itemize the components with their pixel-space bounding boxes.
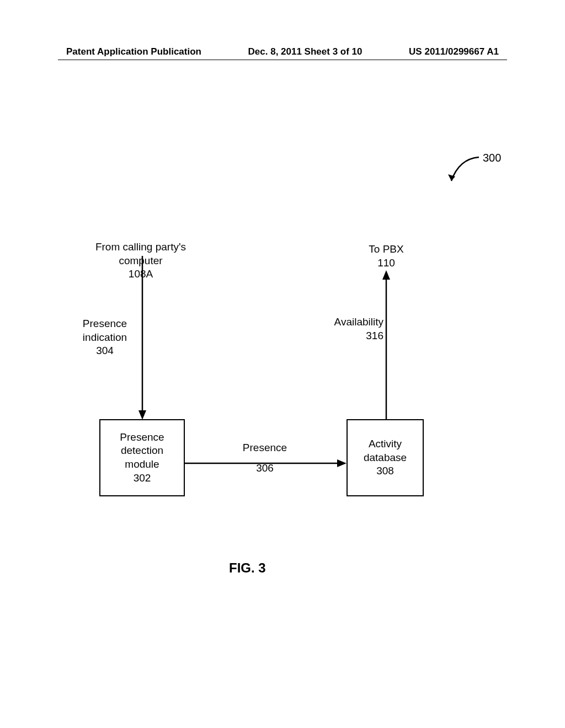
label-availability: Availability 316	[323, 315, 383, 342]
text-line: Presence	[74, 317, 135, 331]
text-line: To PBX	[353, 243, 419, 256]
label-presence-indication: Presence indication 304	[74, 317, 135, 358]
svg-marker-2	[138, 410, 146, 420]
diagram-figure-3: 300 From calling party's computer 108A P…	[0, 0, 565, 728]
text-line: Availability	[323, 315, 383, 329]
text-line: Presence	[232, 441, 298, 455]
box-presence-detection-module: Presence detection module 302	[99, 419, 185, 496]
box-activity-database: Activity database 308	[347, 419, 424, 496]
label-presence: Presence 306	[232, 441, 298, 475]
arrow-up-right	[378, 270, 395, 422]
text-line: 316	[323, 329, 383, 343]
ref-label-300: 300	[483, 152, 501, 164]
text-line: database	[364, 451, 407, 465]
svg-marker-4	[382, 270, 390, 280]
text-line: detection	[121, 444, 163, 458]
text-line: Activity	[369, 437, 402, 451]
arrow-down-left	[134, 256, 151, 421]
text-line: 302	[134, 472, 151, 485]
text-line: module	[125, 458, 159, 472]
label-to-pbx: To PBX 110	[353, 243, 419, 270]
svg-marker-6	[337, 459, 347, 467]
text-line: From calling party's	[86, 240, 196, 254]
text-line: 306	[232, 462, 298, 475]
text-line: indication	[74, 331, 135, 345]
figure-caption: FIG. 3	[229, 560, 266, 576]
text-line: 110	[353, 256, 419, 270]
text-line: Presence	[120, 431, 164, 445]
text-line: 308	[376, 464, 394, 478]
text-line: 304	[74, 344, 135, 358]
